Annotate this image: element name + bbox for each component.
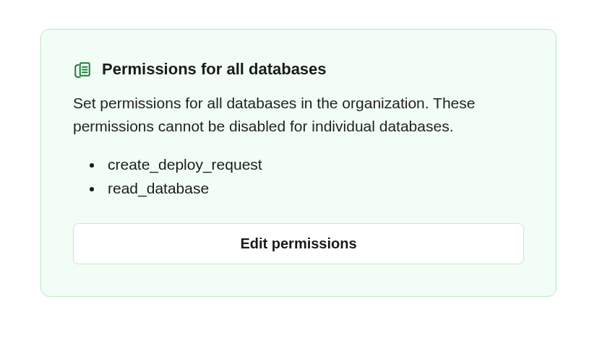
edit-permissions-button[interactable]: Edit permissions xyxy=(73,223,524,264)
list-item: read_database xyxy=(103,177,524,201)
card-description: Set permissions for all databases in the… xyxy=(73,92,478,137)
permission-label: read_database xyxy=(103,180,209,196)
database-document-icon xyxy=(73,60,92,79)
list-item: create_deploy_request xyxy=(103,153,524,177)
permissions-card: Permissions for all databases Set permis… xyxy=(40,29,557,297)
card-header: Permissions for all databases xyxy=(73,60,524,79)
permission-label: create_deploy_request xyxy=(103,156,262,173)
card-title: Permissions for all databases xyxy=(102,60,327,79)
permissions-list: create_deploy_request read_database xyxy=(73,153,524,200)
